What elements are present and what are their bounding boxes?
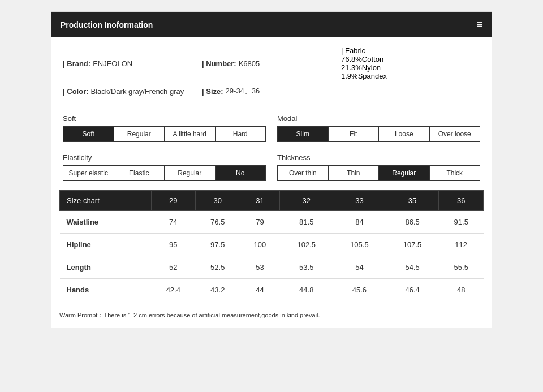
cell-value: 76.5 xyxy=(196,211,240,234)
col-header-35: 35 xyxy=(386,191,439,211)
elasticity-group: Elasticity Super elastic Elastic Regular… xyxy=(63,153,266,181)
col-header-31: 31 xyxy=(240,191,280,211)
softness-buttons: Soft Regular A little hard Hard xyxy=(63,126,266,142)
thickness-btn-0[interactable]: Over thin xyxy=(278,166,329,180)
size-info: | Size: 29-34、36 xyxy=(202,86,341,96)
cell-value: 53.5 xyxy=(280,256,333,279)
modal-btn-0[interactable]: Slim xyxy=(278,127,329,141)
table-header-row: Size chart 29 30 31 32 33 35 36 xyxy=(60,191,484,211)
row-label: Length xyxy=(60,256,152,279)
cell-value: 97.5 xyxy=(196,234,240,256)
col-header-32: 32 xyxy=(280,191,333,211)
table-row: Hipline9597.5100102.5105.5107.5112 xyxy=(60,234,484,256)
cell-value: 48 xyxy=(439,279,484,301)
thickness-group: Thickness Over thin Thin Regular Thick xyxy=(277,153,480,181)
elasticity-btn-0[interactable]: Super elastic xyxy=(63,166,114,180)
size-value: 29-34、36 xyxy=(226,86,260,96)
thickness-btn-1[interactable]: Thin xyxy=(329,166,380,180)
number-value: K6805 xyxy=(239,59,260,68)
modal-btn-1[interactable]: Fit xyxy=(329,127,380,141)
cell-value: 52.5 xyxy=(196,256,240,279)
cell-value: 44 xyxy=(240,279,280,301)
menu-icon[interactable]: ≡ xyxy=(476,19,482,31)
col-header-36: 36 xyxy=(439,191,484,211)
size-table: Size chart 29 30 31 32 33 35 36 Waistlin… xyxy=(59,190,484,301)
header-bar: Production Inoformation ≡ xyxy=(51,12,492,37)
fabric-line-1: 76.8%Cotton xyxy=(341,55,480,63)
softness-btn-1[interactable]: Regular xyxy=(114,127,165,141)
fabric-label: | Fabric xyxy=(341,46,480,55)
fabric-values: 76.8%Cotton 21.3%Nylon 1.9%Spandex xyxy=(341,55,480,80)
cell-value: 54 xyxy=(333,256,386,279)
thickness-title: Thickness xyxy=(277,153,480,162)
thickness-btn-3[interactable]: Thick xyxy=(430,166,480,180)
modal-btn-3[interactable]: Over loose xyxy=(430,127,480,141)
elasticity-buttons: Super elastic Elastic Regular No xyxy=(63,165,266,181)
col-header-30: 30 xyxy=(196,191,240,211)
cell-value: 107.5 xyxy=(386,234,439,256)
cell-value: 95 xyxy=(151,234,195,256)
fabric-placeholder xyxy=(341,86,480,96)
cell-value: 46.4 xyxy=(386,279,439,301)
elasticity-btn-3[interactable]: No xyxy=(216,166,266,180)
softness-title: Soft xyxy=(63,114,266,123)
row-label: Hands xyxy=(60,279,152,301)
col-header-29: 29 xyxy=(151,191,195,211)
size-table-section: Size chart 29 30 31 32 33 35 36 Waistlin… xyxy=(51,190,492,307)
warm-prompt: Warm Prompt：There is 1-2 cm errors becau… xyxy=(51,307,492,328)
modal-group: Modal Slim Fit Loose Over loose xyxy=(277,114,480,142)
attributes-row-2: Elasticity Super elastic Elastic Regular… xyxy=(51,148,492,190)
color-label: | Color: xyxy=(63,87,89,96)
cell-value: 81.5 xyxy=(280,211,333,234)
number-label: | Number: xyxy=(202,59,236,68)
color-info: | Color: Black/Dark gray/French gray xyxy=(63,86,202,96)
cell-value: 55.5 xyxy=(439,256,484,279)
header-title: Production Inoformation xyxy=(61,20,153,29)
table-row: Length5252.55353.55454.555.5 xyxy=(60,256,484,279)
modal-btn-2[interactable]: Loose xyxy=(379,127,430,141)
row-label: Waistline xyxy=(60,211,152,234)
thickness-buttons: Over thin Thin Regular Thick xyxy=(277,165,480,181)
brand-label: | Brand: xyxy=(63,59,90,68)
elasticity-btn-1[interactable]: Elastic xyxy=(114,166,165,180)
elasticity-btn-2[interactable]: Regular xyxy=(165,166,216,180)
color-value: Black/Dark gray/French gray xyxy=(91,87,184,96)
number-info: | Number: K6805 xyxy=(202,46,341,80)
cell-value: 53 xyxy=(240,256,280,279)
cell-value: 52 xyxy=(151,256,195,279)
table-row: Hands42.443.24444.845.646.448 xyxy=(60,279,484,301)
cell-value: 43.2 xyxy=(196,279,240,301)
col-header-label: Size chart xyxy=(60,191,152,211)
info-top-row: | Brand: ENJEOLON | Number: K6805 | Fabr… xyxy=(51,37,492,83)
attributes-row-1: Soft Soft Regular A little hard Hard Mod… xyxy=(51,105,492,148)
softness-btn-0[interactable]: Soft xyxy=(63,127,114,141)
softness-btn-2[interactable]: A little hard xyxy=(165,127,216,141)
thickness-btn-2[interactable]: Regular xyxy=(379,166,430,180)
elasticity-title: Elasticity xyxy=(63,153,266,162)
table-row: Waistline7476.57981.58486.591.5 xyxy=(60,211,484,234)
col-header-33: 33 xyxy=(333,191,386,211)
modal-buttons: Slim Fit Loose Over loose xyxy=(277,126,480,142)
cell-value: 84 xyxy=(333,211,386,234)
fabric-info: | Fabric 76.8%Cotton 21.3%Nylon 1.9%Span… xyxy=(341,46,480,80)
fabric-line-2: 21.3%Nylon xyxy=(341,63,480,72)
brand-info: | Brand: ENJEOLON xyxy=(63,46,202,80)
modal-title: Modal xyxy=(277,114,480,123)
size-label: | Size: xyxy=(202,87,223,96)
cell-value: 102.5 xyxy=(280,234,333,256)
info-mid-row: | Color: Black/Dark gray/French gray | S… xyxy=(51,83,492,105)
softness-btn-3[interactable]: Hard xyxy=(216,127,266,141)
row-label: Hipline xyxy=(60,234,152,256)
cell-value: 74 xyxy=(151,211,195,234)
cell-value: 91.5 xyxy=(439,211,484,234)
cell-value: 54.5 xyxy=(386,256,439,279)
softness-group: Soft Soft Regular A little hard Hard xyxy=(63,114,266,142)
cell-value: 45.6 xyxy=(333,279,386,301)
fabric-line-3: 1.9%Spandex xyxy=(341,72,480,80)
cell-value: 105.5 xyxy=(333,234,386,256)
product-card: Production Inoformation ≡ | Brand: ENJEO… xyxy=(51,11,492,328)
cell-value: 86.5 xyxy=(386,211,439,234)
cell-value: 100 xyxy=(240,234,280,256)
cell-value: 44.8 xyxy=(280,279,333,301)
cell-value: 42.4 xyxy=(151,279,195,301)
